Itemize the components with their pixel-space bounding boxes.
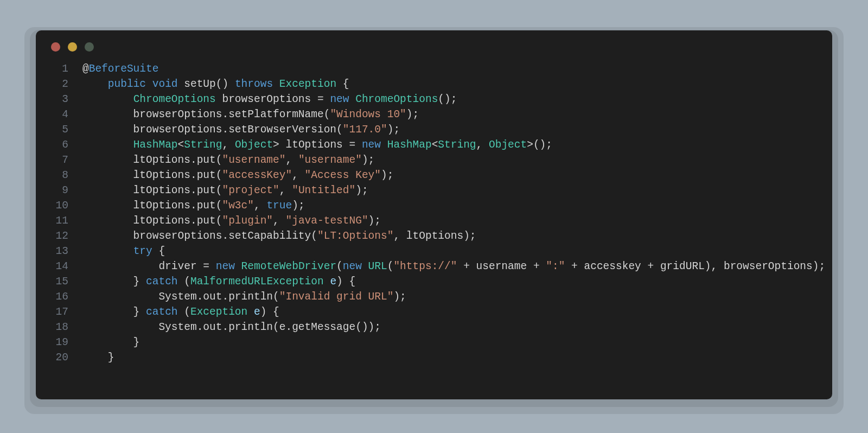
- code-line[interactable]: 19 }: [46, 335, 821, 350]
- code-line[interactable]: 18 System.out.println(e.getMessage());: [46, 320, 821, 335]
- token: e: [330, 276, 336, 288]
- token: }: [82, 352, 114, 364]
- code-content[interactable]: ltOptions.put("plugin", "java-testNG");: [82, 213, 821, 228]
- token: <: [178, 139, 184, 151]
- line-number: 10: [46, 198, 82, 213]
- code-line[interactable]: 9 ltOptions.put("project", "Untitled");: [46, 183, 821, 198]
- token: "Access Key": [305, 169, 381, 181]
- code-line[interactable]: 11 ltOptions.put("plugin", "java-testNG"…: [46, 213, 821, 228]
- code-content[interactable]: ltOptions.put("username", "username");: [82, 152, 821, 168]
- code-line[interactable]: 8 ltOptions.put("accessKey", "Access Key…: [46, 168, 821, 183]
- line-number: 1: [46, 61, 82, 77]
- code-content[interactable]: ltOptions.put("accessKey", "Access Key")…: [82, 168, 821, 183]
- code-content[interactable]: ChromeOptions browserOptions = new Chrom…: [82, 92, 821, 107]
- code-line[interactable]: 3 ChromeOptions browserOptions = new Chr…: [46, 92, 821, 107]
- token: "project": [222, 184, 279, 196]
- maximize-icon[interactable]: [85, 42, 94, 52]
- code-content[interactable]: ltOptions.put("project", "Untitled");: [82, 183, 821, 198]
- code-line[interactable]: 6 HashMap<String, Object> ltOptions = ne…: [46, 137, 821, 152]
- code-line[interactable]: 20 }: [46, 350, 821, 365]
- code-line[interactable]: 10 ltOptions.put("w3c", true);: [46, 198, 821, 213]
- code-content[interactable]: } catch (Exception e) {: [82, 304, 821, 320]
- token: {: [152, 245, 165, 257]
- token: throws: [235, 78, 273, 90]
- code-line[interactable]: 14 driver = new RemoteWebDriver(new URL(…: [46, 259, 821, 274]
- token: ,: [285, 154, 298, 166]
- token: );: [292, 200, 304, 212]
- token: "plugin": [222, 215, 273, 227]
- token: ) {: [260, 306, 279, 318]
- token: try: [133, 245, 152, 257]
- token: [235, 260, 241, 272]
- code-line[interactable]: 16 System.out.println("Invalid grid URL"…: [46, 289, 821, 304]
- minimize-icon[interactable]: [68, 42, 77, 52]
- code-line[interactable]: 1@BeforeSuite: [46, 61, 821, 77]
- code-content[interactable]: }: [82, 335, 821, 350]
- code-content[interactable]: System.out.println(e.getMessage());: [82, 320, 821, 335]
- code-line[interactable]: 12 browserOptions.setCapability("LT:Opti…: [46, 228, 821, 244]
- token: Exception: [279, 78, 336, 90]
- token: ltOptions.put(: [82, 215, 222, 227]
- code-content[interactable]: driver = new RemoteWebDriver(new URL("ht…: [82, 259, 825, 274]
- token: Object: [489, 139, 527, 151]
- line-number: 16: [46, 289, 82, 304]
- line-number: 3: [46, 92, 82, 107]
- line-number: 4: [46, 107, 82, 122]
- token: [82, 245, 133, 257]
- code-content[interactable]: browserOptions.setBrowserVersion("117.0"…: [82, 122, 821, 137]
- code-line[interactable]: 7 ltOptions.put("username", "username");: [46, 152, 821, 168]
- code-content[interactable]: }: [82, 350, 821, 365]
- code-content[interactable]: @BeforeSuite: [82, 61, 821, 77]
- line-number: 11: [46, 213, 82, 228]
- token: URL: [368, 260, 387, 272]
- code-content[interactable]: browserOptions.setCapability("LT:Options…: [82, 228, 821, 244]
- token: ":": [546, 260, 565, 272]
- code-line[interactable]: 2 public void setUp() throws Exception {: [46, 77, 821, 92]
- window-controls: [36, 42, 832, 61]
- token: );: [368, 215, 381, 227]
- code-content[interactable]: HashMap<String, Object> ltOptions = new …: [82, 137, 821, 152]
- token: );: [393, 291, 406, 303]
- code-content[interactable]: browserOptions.setPlatformName("Windows …: [82, 107, 821, 122]
- code-content[interactable]: try {: [82, 244, 821, 259]
- token: System.out.println(e.getMessage());: [82, 321, 381, 333]
- token: "java-testNG": [285, 215, 368, 227]
- token: public: [108, 78, 146, 90]
- code-line[interactable]: 5 browserOptions.setBrowserVersion("117.…: [46, 122, 821, 137]
- code-line[interactable]: 17 } catch (Exception e) {: [46, 304, 821, 320]
- token: ChromeOptions: [355, 93, 438, 105]
- token: "username": [222, 154, 285, 166]
- token: {: [336, 78, 349, 90]
- code-area[interactable]: 1@BeforeSuite2 public void setUp() throw…: [36, 61, 832, 365]
- line-number: 19: [46, 335, 82, 350]
- code-content[interactable]: ltOptions.put("w3c", true);: [82, 198, 821, 213]
- token: [82, 139, 133, 151]
- line-number: 5: [46, 122, 82, 137]
- token: setUp(): [178, 78, 235, 90]
- code-content[interactable]: public void setUp() throws Exception {: [82, 77, 821, 92]
- token: > ltOptions =: [273, 139, 362, 151]
- token: );: [355, 184, 368, 196]
- close-icon[interactable]: [51, 42, 60, 52]
- token: ,: [279, 184, 292, 196]
- token: [324, 276, 330, 288]
- token: String: [184, 139, 222, 151]
- token: }: [82, 336, 139, 348]
- token: "LT:Options": [317, 230, 393, 242]
- token: Object: [235, 139, 273, 151]
- token: true: [266, 200, 292, 212]
- code-content[interactable]: } catch (MalformedURLException e) {: [82, 274, 821, 289]
- line-number: 14: [46, 259, 82, 274]
- code-line[interactable]: 15 } catch (MalformedURLException e) {: [46, 274, 821, 289]
- token: (: [178, 306, 190, 318]
- token: new: [343, 260, 362, 272]
- token: + username +: [457, 260, 546, 272]
- token: "117.0": [343, 124, 387, 136]
- code-content[interactable]: System.out.println("Invalid grid URL");: [82, 289, 821, 304]
- token: [381, 139, 387, 151]
- token: browserOptions.setCapability(: [82, 230, 317, 242]
- code-line[interactable]: 13 try {: [46, 244, 821, 259]
- code-line[interactable]: 4 browserOptions.setPlatformName("Window…: [46, 107, 821, 122]
- token: ltOptions.put(: [82, 184, 222, 196]
- token: driver =: [82, 260, 216, 272]
